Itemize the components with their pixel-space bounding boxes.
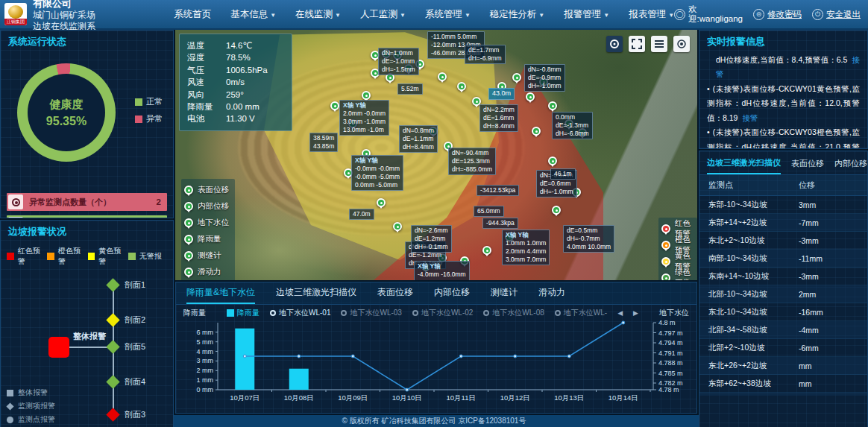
- locate-icon[interactable]: [673, 36, 690, 52]
- chart-legend-item[interactable]: 降雨量: [227, 308, 260, 318]
- map-pin[interactable]: [552, 206, 561, 215]
- slope-alarm-title: 边坡报警状况: [1, 221, 173, 240]
- chevron-down-icon: ▼: [270, 12, 276, 19]
- legend-swatch: [88, 253, 95, 260]
- chart-legend-item[interactable]: 地下水位WL-08: [483, 308, 544, 318]
- compass-icon[interactable]: [606, 36, 623, 52]
- legend-label: 橙色预警: [58, 246, 87, 267]
- power-icon: ⏻: [812, 9, 823, 20]
- nav-item[interactable]: 报警管理▼: [564, 8, 609, 21]
- shape-legend-label: 整体报警: [18, 388, 48, 398]
- table-row[interactable]: 东北+2~-10边坡-3mm: [699, 232, 867, 250]
- map-pin[interactable]: [482, 246, 491, 255]
- map-pin[interactable]: [532, 127, 541, 136]
- legend-list-icon[interactable]: [651, 36, 667, 52]
- change-password-button[interactable]: ⊜ 修改密码: [753, 9, 802, 20]
- svg-text:4.794 m: 4.794 m: [658, 339, 683, 347]
- label-line: dE=125.3mm: [452, 157, 492, 165]
- nav-item[interactable]: 系统首页: [174, 8, 211, 21]
- map-pin[interactable]: [526, 92, 535, 101]
- legend-swatch: [135, 116, 142, 123]
- table-tab[interactable]: 边坡三维激光扫描仪: [707, 157, 781, 174]
- table-row[interactable]: 东部+14~+2边坡-7mm: [699, 214, 867, 232]
- table-row[interactable]: 东部+38~+14边坡mm: [699, 393, 867, 396]
- change-password-label: 修改密码: [767, 9, 802, 20]
- chart-tab[interactable]: 滑动力: [538, 286, 565, 304]
- slope-alarm-legend: 红色预警橙色预警黄色预警无警报: [1, 240, 173, 267]
- svg-text:5 mm: 5 mm: [197, 338, 214, 346]
- table-row[interactable]: 北部-10~-34边坡2mm: [699, 285, 867, 303]
- nav-item[interactable]: 基本信息▼: [230, 8, 276, 21]
- health-donut-chart: 健康度 95.35% 正常异常: [1, 50, 173, 192]
- map-pin[interactable]: [457, 82, 466, 91]
- label-line: -944.3kpa: [486, 219, 515, 227]
- nav-item[interactable]: 在线监测▼: [295, 8, 341, 21]
- realtime-alarm-list[interactable]: dH位移速度,当前值：8.4,预警值：6.5接警•(未接警)表面位移-CKCWY…: [699, 50, 867, 148]
- section-diamond[interactable]: [106, 278, 119, 291]
- weather-key: 降雨量: [187, 101, 226, 113]
- nav-item[interactable]: 报表管理▼: [629, 8, 674, 21]
- chart-legend-item[interactable]: 地下水位WL-01: [270, 308, 330, 318]
- right-column: 实时报警信息 dH位移速度,当前值：8.4,预警值：6.5接警•(未接警)表面位…: [699, 30, 868, 427]
- nav-item[interactable]: 系统管理▼: [425, 8, 471, 21]
- chart-tab[interactable]: 测缝计: [491, 286, 518, 304]
- table-tab[interactable]: 内部位移: [834, 158, 867, 174]
- table-row[interactable]: 南部-10~-34边坡-11mm: [699, 250, 867, 268]
- chart-legend-item[interactable]: 地下水位WL-03: [341, 308, 401, 318]
- line-marker-icon: [483, 310, 489, 316]
- logout-button[interactable]: ⏻ 安全退出: [812, 9, 861, 20]
- chart-tab[interactable]: 降雨量&地下水位: [186, 286, 255, 304]
- table-row[interactable]: 东北+26~+2边坡mm: [699, 357, 867, 375]
- table-row[interactable]: 东南+14~-10边坡-3mm: [699, 268, 867, 285]
- chart-tab[interactable]: 表面位移: [377, 286, 413, 304]
- displacement-value: -16mm: [799, 308, 858, 317]
- map-pin[interactable]: [362, 91, 371, 100]
- map-pin[interactable]: [512, 73, 521, 82]
- map-measurement-label: dN=1.0mmdE=-1.0mmdH=-1.5mm: [378, 48, 419, 75]
- line-marker-icon: [341, 310, 347, 316]
- nav-item[interactable]: 人工监测▼: [360, 8, 406, 21]
- table-row[interactable]: 东部+62~+38边坡mm: [699, 375, 867, 393]
- chart-legend-item[interactable]: 地下水位WL-: [555, 308, 607, 318]
- map-pin[interactable]: [548, 101, 557, 110]
- table-row[interactable]: 北部-34~-58边坡-4mm: [699, 321, 867, 339]
- map-pin[interactable]: [377, 198, 386, 207]
- label-line: dN=-0.8mm: [528, 66, 562, 74]
- legend-label: 异常: [146, 113, 163, 124]
- label-line: 38.59m: [313, 134, 334, 142]
- table-row[interactable]: 东部-10~-34边坡3mm: [699, 196, 867, 214]
- fullscreen-icon[interactable]: [629, 36, 645, 52]
- map-pin[interactable]: [330, 101, 339, 110]
- table-tab[interactable]: 表面位移: [791, 158, 824, 174]
- nav-item[interactable]: 稳定性分析▼: [490, 8, 544, 21]
- chart-legend-item[interactable]: 地下水位WL-02: [412, 308, 473, 318]
- line-marker-icon: [555, 310, 561, 316]
- monitor-point-name: 东部-10~-34边坡: [708, 200, 767, 210]
- monitor-point-name: 东北+2~-10边坡: [708, 235, 764, 246]
- satellite-map[interactable]: 温度14.6℃湿度78.5%气压1006.5hPa风速0m/s风向259°降雨量…: [175, 30, 697, 280]
- svg-text:4.8 m: 4.8 m: [658, 319, 676, 326]
- welcome-text-1: 欢: [688, 4, 697, 13]
- map-pin[interactable]: [548, 156, 557, 165]
- table-body[interactable]: 东部-10~-34边坡3mm东部+14~+2边坡-7mm东北+2~-10边坡-3…: [699, 196, 867, 396]
- weather-row: 风向259°: [187, 89, 284, 101]
- label-line: 65.0mm: [477, 207, 500, 215]
- section-diamond[interactable]: [106, 313, 119, 326]
- map-pin[interactable]: [438, 72, 447, 81]
- main-nav: 系统首页基本信息▼在线监测▼人工监测▼系统管理▼稳定性分析▼报警管理▼报表管理▼: [174, 8, 674, 21]
- legend-next-arrow[interactable]: ▶: [633, 309, 638, 317]
- company-logo: 江铜集团: [4, 3, 27, 25]
- legend-swatch: [47, 253, 54, 260]
- section-diamond[interactable]: [106, 408, 119, 421]
- table-row[interactable]: 北部+2~-10边坡-6mm: [699, 339, 867, 357]
- legend-prev-arrow[interactable]: ◀: [617, 309, 623, 317]
- map-pin[interactable]: [393, 222, 402, 231]
- overall-alarm-square[interactable]: [48, 337, 69, 358]
- chart-tab[interactable]: 边坡三维激光扫描仪: [276, 286, 356, 304]
- legend-swatch: [135, 98, 142, 106]
- section-diamond[interactable]: [106, 375, 119, 388]
- chart-tab[interactable]: 内部位移: [434, 286, 470, 304]
- table-row[interactable]: 东北-10~-34边坡-16mm: [699, 303, 867, 321]
- accept-alarm-link[interactable]: 接警: [742, 113, 758, 122]
- section-diamond[interactable]: [106, 340, 119, 353]
